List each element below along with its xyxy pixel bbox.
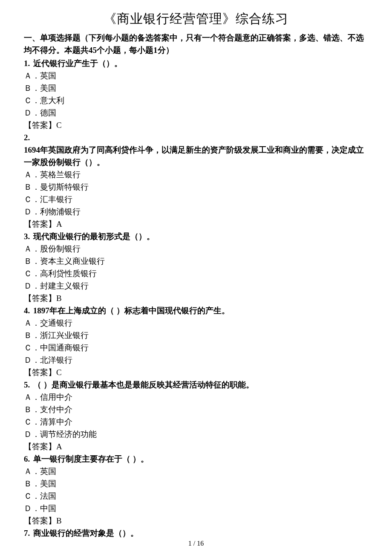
section-instruction: 一、单项选择题（下列每小题的备选答案中，只有一个符合题意的正确答案，多选、错选、… — [24, 32, 368, 56]
q5-option-d: Ｄ．调节经济的功能 — [24, 428, 368, 440]
doc-title: 《商业银行经营管理》综合练习 — [24, 10, 368, 28]
q2-option-a: Ａ．英格兰银行 — [24, 168, 368, 181]
q7-number: 7. — [24, 529, 30, 538]
question-6: 6.单一银行制度主要存在于（ ）。 Ａ．英国 Ｂ．美国 Ｃ．法国 Ｄ．中国 【答… — [24, 453, 368, 527]
q4-number: 4. — [24, 306, 30, 315]
q3-stem-text: 现代商业银行的最初形式是（）。 — [33, 232, 155, 241]
q5-option-c: Ｃ．清算中介 — [24, 416, 368, 428]
q4-option-b: Ｂ．浙江兴业银行 — [24, 329, 368, 341]
question-4: 4.1897年在上海成立的（ ）标志着中国现代银行的产生。 Ａ．交通银行 Ｂ．浙… — [24, 304, 368, 379]
question-1: 1.近代银行业产生于（）。 Ａ．英国 Ｂ．美国 Ｃ．意大利 Ｄ．德国 【答案】C — [24, 57, 368, 131]
q1-stem-text: 近代银行业产生于（）。 — [33, 59, 122, 68]
q6-option-a: Ａ．英国 — [24, 465, 368, 477]
q3-option-d: Ｄ．封建主义银行 — [24, 280, 368, 292]
q6-stem-text: 单一银行制度主要存在于（ ）。 — [33, 454, 149, 463]
q4-option-a: Ａ．交通银行 — [24, 317, 368, 329]
question-5: 5.（ ）是商业银行最基本也是最能反映其经营活动特征的职能。 Ａ．信用中介 Ｂ．… — [24, 379, 368, 453]
q1-number: 1. — [24, 59, 30, 68]
q6-option-d: Ｄ．中国 — [24, 502, 368, 515]
q7-stem-text: 商业银行的经营对象是（）。 — [33, 529, 138, 538]
q2-option-d: Ｄ．利物浦银行 — [24, 205, 368, 218]
q2-stem: 1694年英国政府为了同高利贷作斗争，以满足新生的资产阶级发展工业和商业的需要，… — [24, 144, 368, 168]
q5-option-a: Ａ．信用中介 — [24, 391, 368, 403]
q3-stem: 3.现代商业银行的最初形式是（）。 — [24, 230, 368, 243]
q2-answer: 【答案】A — [24, 218, 368, 230]
q6-number: 6. — [24, 454, 30, 463]
q5-answer: 【答案】A — [24, 440, 368, 453]
q3-option-a: Ａ．股份制银行 — [24, 243, 368, 255]
q6-option-c: Ｃ．法国 — [24, 490, 368, 502]
q3-option-c: Ｃ．高利贷性质银行 — [24, 267, 368, 280]
q4-option-d: Ｄ．北洋银行 — [24, 354, 368, 366]
q5-stem-text: （ ）是商业银行最基本也是最能反映其经营活动特征的职能。 — [33, 380, 254, 389]
q2-option-c: Ｃ．汇丰银行 — [24, 193, 368, 205]
q6-stem: 6.单一银行制度主要存在于（ ）。 — [24, 453, 368, 465]
question-3: 3.现代商业银行的最初形式是（）。 Ａ．股份制银行 Ｂ．资本主义商业银行 Ｃ．高… — [24, 230, 368, 304]
question-2: 2. 1694年英国政府为了同高利贷作斗争，以满足新生的资产阶级发展工业和商业的… — [24, 131, 368, 230]
q2-number: 2. — [24, 131, 368, 144]
q4-option-c: Ｃ．中国通商银行 — [24, 341, 368, 354]
q1-stem: 1.近代银行业产生于（）。 — [24, 57, 368, 69]
q4-stem: 4.1897年在上海成立的（ ）标志着中国现代银行的产生。 — [24, 304, 368, 317]
q7-stem: 7.商业银行的经营对象是（）。 — [24, 527, 368, 539]
q3-number: 3. — [24, 232, 30, 241]
q1-option-a: Ａ．英国 — [24, 69, 368, 82]
q6-option-b: Ｂ．美国 — [24, 477, 368, 490]
page-number: 1 / 16 — [0, 540, 392, 547]
q1-option-d: Ｄ．德国 — [24, 107, 368, 119]
q1-answer: 【答案】C — [24, 119, 368, 131]
q5-option-b: Ｂ．支付中介 — [24, 403, 368, 416]
q6-answer: 【答案】B — [24, 515, 368, 527]
q1-option-b: Ｂ．美国 — [24, 82, 368, 94]
q3-option-b: Ｂ．资本主义商业银行 — [24, 255, 368, 267]
q3-answer: 【答案】B — [24, 292, 368, 304]
q4-answer: 【答案】C — [24, 366, 368, 379]
q5-stem: 5.（ ）是商业银行最基本也是最能反映其经营活动特征的职能。 — [24, 379, 368, 391]
q4-stem-text: 1897年在上海成立的（ ）标志着中国现代银行的产生。 — [33, 306, 230, 315]
q5-number: 5. — [24, 380, 30, 389]
q2-option-b: Ｂ．曼切斯特银行 — [24, 181, 368, 193]
question-7: 7.商业银行的经营对象是（）。 — [24, 527, 368, 539]
q1-option-c: Ｃ．意大利 — [24, 94, 368, 107]
